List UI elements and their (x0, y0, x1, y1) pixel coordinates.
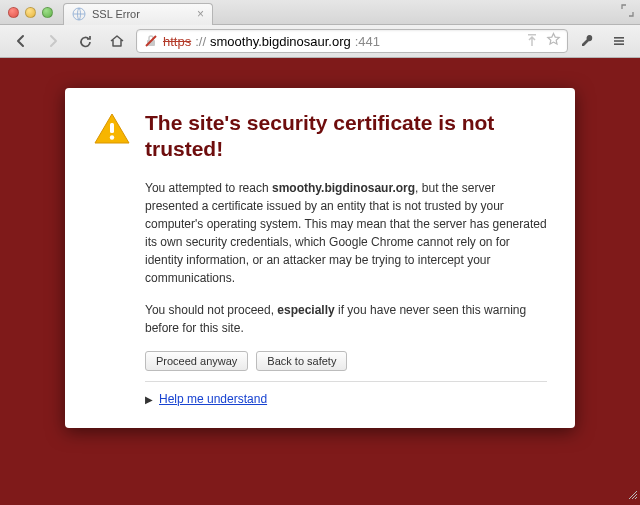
svg-rect-3 (528, 34, 536, 36)
svg-rect-7 (110, 123, 114, 133)
svg-rect-4 (614, 37, 624, 39)
address-bar[interactable]: https :// smoothy.bigdinosaur.org :441 (136, 29, 568, 53)
disclosure-triangle-icon: ▶ (145, 394, 153, 405)
text-fragment: , but the server presented a certificate… (145, 181, 547, 285)
close-window-button[interactable] (8, 7, 19, 18)
resize-grip-icon[interactable] (626, 488, 638, 503)
proceed-anyway-button[interactable]: Proceed anyway (145, 351, 248, 371)
help-link[interactable]: Help me understand (159, 392, 267, 406)
home-button[interactable] (104, 29, 130, 53)
ssl-warning-paragraph-1: You attempted to reach smoothy.bigdinosa… (145, 179, 547, 287)
page-viewport: The site's security certificate is not t… (0, 58, 640, 505)
url-separator: :// (195, 34, 206, 49)
host-emphasis: smoothy.bigdinosaur.org (272, 181, 415, 195)
browser-toolbar: https :// smoothy.bigdinosaur.org :441 (0, 25, 640, 58)
action-icon[interactable] (526, 33, 538, 50)
url-port: :441 (355, 34, 380, 49)
menu-icon[interactable] (606, 29, 632, 53)
reload-button[interactable] (72, 29, 98, 53)
help-disclosure[interactable]: ▶Help me understand (145, 392, 547, 406)
back-button[interactable] (8, 29, 34, 53)
zoom-window-button[interactable] (42, 7, 53, 18)
especially-emphasis: especially (277, 303, 334, 317)
url-scheme: https (163, 34, 191, 49)
svg-point-8 (110, 135, 114, 139)
svg-line-11 (635, 497, 637, 499)
svg-rect-6 (614, 43, 624, 45)
text-fragment: You attempted to reach (145, 181, 272, 195)
ssl-warning-card: The site's security certificate is not t… (65, 88, 575, 428)
back-to-safety-button[interactable]: Back to safety (256, 351, 347, 371)
window-titlebar: SSL Error × (0, 0, 640, 25)
ssl-error-badge-icon (143, 33, 159, 49)
globe-icon (72, 7, 86, 21)
ssl-warning-title: The site's security certificate is not t… (145, 110, 547, 163)
minimize-window-button[interactable] (25, 7, 36, 18)
tab-title: SSL Error (92, 8, 140, 20)
fullscreen-icon[interactable] (621, 4, 634, 20)
divider (145, 381, 547, 382)
ssl-warning-paragraph-2: You should not proceed, especially if yo… (145, 301, 547, 337)
forward-button[interactable] (40, 29, 66, 53)
text-fragment: You should not proceed, (145, 303, 277, 317)
window-controls (6, 7, 53, 18)
star-icon[interactable] (546, 32, 561, 50)
wrench-icon[interactable] (574, 29, 600, 53)
browser-tab[interactable]: SSL Error × (63, 3, 213, 25)
close-tab-button[interactable]: × (197, 8, 204, 20)
url-host: smoothy.bigdinosaur.org (210, 34, 351, 49)
warning-triangle-icon (93, 112, 131, 179)
svg-rect-5 (614, 40, 624, 42)
